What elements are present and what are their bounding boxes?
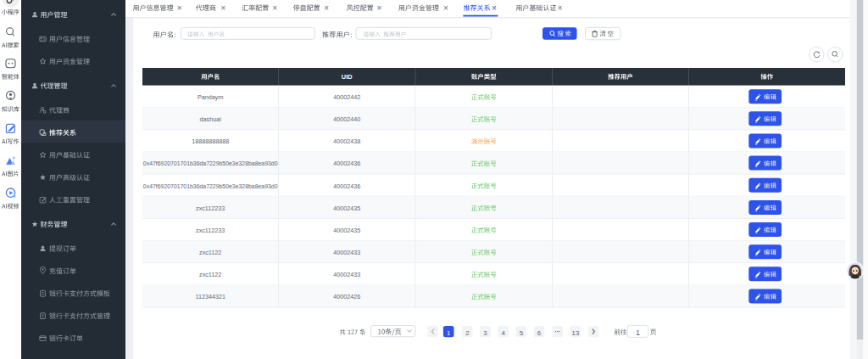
svg-text:1: 1 [636, 328, 640, 337]
svg-text:6: 6 [537, 329, 541, 337]
svg-text:zxc112233: zxc112233 [196, 205, 225, 212]
svg-text:Pandaym: Pandaym [198, 93, 223, 101]
svg-text:×: × [272, 3, 277, 13]
svg-text:×: × [492, 3, 497, 13]
svg-text:dashuai: dashuai [200, 115, 222, 123]
svg-text:3: 3 [483, 329, 487, 337]
svg-text:13: 13 [572, 329, 580, 337]
svg-text:40002436: 40002436 [333, 182, 360, 190]
svg-text:×: × [324, 3, 329, 13]
svg-text:40002433: 40002433 [333, 271, 360, 278]
svg-text:40002435: 40002435 [333, 205, 360, 212]
svg-text:40002442: 40002442 [333, 93, 360, 101]
svg-text:40002435: 40002435 [333, 227, 360, 234]
svg-text:2: 2 [465, 329, 469, 337]
svg-text:0x47f6920701701b36da7229b50e3e: 0x47f6920701701b36da7229b50e3e328ba8ea93… [143, 160, 278, 166]
svg-text:×: × [177, 3, 182, 13]
svg-text:5: 5 [520, 329, 524, 337]
svg-text:0x47f6920701701b36da7229b50e3e: 0x47f6920701701b36da7229b50e3e328ba8ea93… [143, 183, 278, 189]
svg-text:×: × [376, 3, 381, 13]
svg-text:1: 1 [447, 329, 450, 337]
svg-text:×: × [558, 3, 563, 13]
svg-text:UID: UID [342, 73, 353, 81]
svg-text:40002440: 40002440 [333, 115, 360, 123]
svg-text:×: × [220, 3, 225, 13]
svg-text:112344321: 112344321 [195, 293, 225, 300]
svg-text:40002433: 40002433 [333, 249, 360, 256]
svg-text:40002436: 40002436 [333, 160, 360, 167]
svg-text:zxc1122: zxc1122 [199, 271, 221, 278]
svg-text:zxc1122: zxc1122 [199, 249, 221, 256]
svg-text:40002426: 40002426 [333, 293, 360, 300]
svg-text:40002438: 40002438 [333, 137, 360, 145]
svg-text:4: 4 [501, 329, 505, 337]
svg-text:18888888888: 18888888888 [192, 137, 229, 145]
svg-text:zxc112233: zxc112233 [196, 227, 225, 234]
svg-text:×: × [443, 3, 448, 13]
